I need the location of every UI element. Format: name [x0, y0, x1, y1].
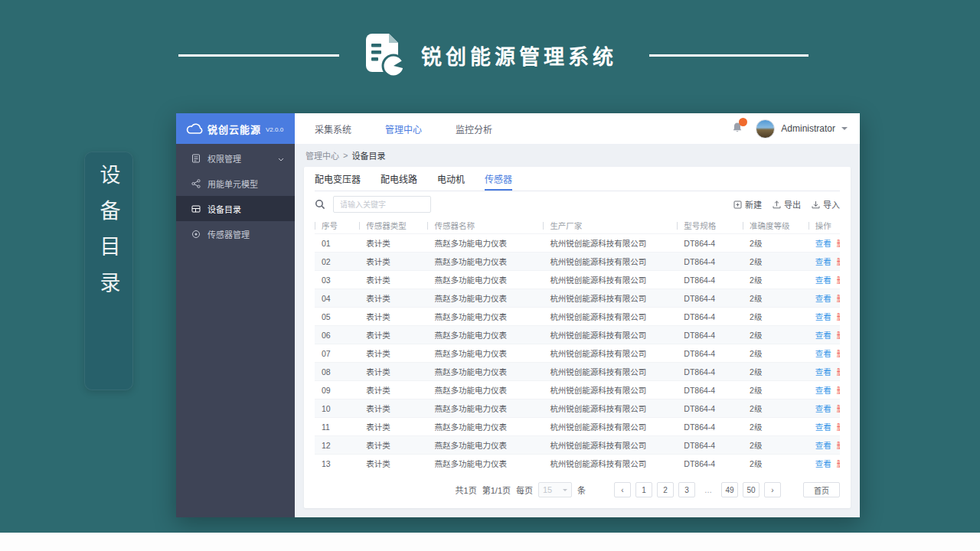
app-logo-version: V2.0.0: [266, 126, 283, 133]
device-table-card: 配电变压器 配电线路 电动机 传感器 新建: [304, 167, 851, 508]
breadcrumb-separator: >: [343, 151, 348, 160]
tab-motor[interactable]: 电动机: [437, 167, 465, 191]
sidebar-item-label: 用能单元模型: [207, 178, 258, 190]
doc-pie-logo-icon: [363, 32, 406, 78]
delete-link[interactable]: 删除: [837, 329, 840, 341]
window-body: 权限管理 用能单元模型 设备目录: [176, 144, 860, 517]
breadcrumb-parent[interactable]: 管理中心: [305, 149, 339, 161]
notifications-button[interactable]: [731, 122, 743, 136]
cell-manufacturer: 杭州锐创能源科技有限公司: [543, 384, 677, 396]
page-number-button[interactable]: 49: [721, 482, 738, 497]
first-page-button[interactable]: 首页: [803, 482, 840, 497]
cell-accuracy: 2级: [743, 347, 808, 359]
cell-sensor-name: 燕赵多功能电力仪表: [427, 384, 543, 396]
page-number-button[interactable]: 1: [635, 482, 652, 497]
view-link[interactable]: 查看: [815, 439, 831, 451]
bottom-strip: [0, 533, 980, 551]
side-label-card: 设备目录: [84, 152, 133, 390]
delete-link[interactable]: 删除: [837, 403, 840, 414]
cell-accuracy: 2级: [743, 439, 808, 451]
search-input[interactable]: [333, 196, 431, 213]
cell-sensor-type: 表计类: [359, 458, 427, 469]
avatar[interactable]: [756, 119, 775, 139]
sidebar-item-label: 设备目录: [207, 203, 241, 215]
view-link[interactable]: 查看: [815, 274, 831, 285]
cell-sensor-type: 表计类: [359, 274, 427, 285]
delete-link[interactable]: 删除: [837, 256, 840, 267]
page-number-button[interactable]: 2: [657, 482, 674, 497]
view-link[interactable]: 查看: [815, 403, 831, 414]
view-link[interactable]: 查看: [815, 384, 831, 396]
cell-serial: 04: [315, 294, 359, 303]
cell-model: DT864-4: [677, 349, 743, 358]
sidebar-item-device-catalog[interactable]: 设备目录: [176, 196, 295, 221]
view-link[interactable]: 查看: [815, 347, 831, 359]
tab-power-line[interactable]: 配电线路: [381, 167, 417, 191]
table-header-row: 序号传感器类型传感器名称生产厂家型号规格准确度等级操作: [315, 217, 840, 233]
cell-serial: 05: [315, 312, 359, 321]
cell-serial: 07: [315, 349, 359, 358]
cell-accuracy: 2级: [743, 256, 808, 267]
per-page-select[interactable]: 15: [538, 482, 572, 497]
delete-link[interactable]: 删除: [837, 384, 840, 396]
table-row: 08 表计类 燕赵多功能电力仪表 杭州锐创能源科技有限公司 DT864-4 2级…: [315, 362, 840, 380]
nav-item-monitoring[interactable]: 监控分析: [456, 122, 492, 135]
nav-item-management[interactable]: 管理中心: [385, 122, 422, 135]
tab-sensor[interactable]: 传感器: [485, 167, 512, 191]
cell-sensor-type: 表计类: [359, 237, 427, 249]
share-icon: [191, 179, 201, 188]
page-number-button[interactable]: 50: [743, 482, 760, 497]
view-link[interactable]: 查看: [815, 421, 831, 432]
delete-link[interactable]: 删除: [837, 421, 840, 432]
next-page-button[interactable]: ›: [764, 482, 781, 497]
view-link[interactable]: 查看: [815, 256, 831, 267]
breadcrumb: 管理中心 > 设备目录: [304, 144, 851, 167]
nav-item-collection[interactable]: 采集系统: [315, 122, 351, 135]
view-link[interactable]: 查看: [815, 311, 831, 322]
cell-manufacturer: 杭州锐创能源科技有限公司: [543, 458, 677, 469]
export-button[interactable]: 导出: [773, 198, 801, 210]
cell-manufacturer: 杭州锐创能源科技有限公司: [543, 403, 677, 414]
page-number-button[interactable]: 3: [678, 482, 695, 497]
view-link[interactable]: 查看: [815, 458, 831, 469]
tab-transformer[interactable]: 配电变压器: [315, 167, 361, 191]
sidebar-item-energy-unit-model[interactable]: 用能单元模型: [176, 171, 295, 196]
cell-actions: 查看 删除: [808, 329, 840, 341]
tab-bar: 配电变压器 配电线路 电动机 传感器: [315, 167, 840, 191]
sidebar-item-sensor-management[interactable]: 传感器管理: [176, 221, 295, 246]
delete-link[interactable]: 删除: [837, 237, 840, 249]
delete-link[interactable]: 删除: [837, 311, 840, 322]
view-link[interactable]: 查看: [815, 329, 831, 341]
cell-sensor-name: 燕赵多功能电力仪表: [427, 366, 543, 377]
table-body: 01 表计类 燕赵多功能电力仪表 杭州锐创能源科技有限公司 DT864-4 2级…: [315, 233, 840, 472]
sidebar-item-label: 权限管理: [207, 152, 241, 165]
import-button[interactable]: 导入: [812, 198, 840, 210]
pager: ‹ 123…4950 ›: [614, 482, 781, 497]
cell-accuracy: 2级: [743, 403, 808, 414]
delete-link[interactable]: 删除: [837, 347, 840, 359]
pagination-current: 第1/1页: [482, 484, 511, 496]
sidebar: 权限管理 用能单元模型 设备目录: [176, 144, 295, 517]
page-buttons: 123…4950: [635, 482, 760, 497]
sidebar-item-permissions[interactable]: 权限管理: [176, 145, 295, 171]
cell-actions: 查看 删除: [808, 384, 840, 396]
cell-sensor-name: 燕赵多功能电力仪表: [427, 311, 543, 322]
delete-link[interactable]: 删除: [837, 439, 840, 451]
cell-manufacturer: 杭州锐创能源科技有限公司: [543, 421, 677, 432]
new-button[interactable]: 新建: [733, 198, 762, 210]
cell-model: DT864-4: [677, 386, 743, 395]
cell-model: DT864-4: [677, 331, 743, 340]
view-link[interactable]: 查看: [815, 292, 831, 304]
delete-link[interactable]: 删除: [837, 292, 840, 304]
caret-down-icon[interactable]: [841, 127, 848, 133]
per-page-label: 每页: [516, 484, 533, 496]
delete-link[interactable]: 删除: [837, 274, 840, 285]
table-row: 09 表计类 燕赵多功能电力仪表 杭州锐创能源科技有限公司 DT864-4 2级…: [315, 380, 840, 399]
view-link[interactable]: 查看: [815, 237, 831, 249]
column-header: 准确度等级: [743, 220, 808, 231]
delete-link[interactable]: 删除: [837, 458, 840, 469]
view-link[interactable]: 查看: [815, 366, 831, 377]
cell-manufacturer: 杭州锐创能源科技有限公司: [543, 237, 677, 249]
delete-link[interactable]: 删除: [837, 366, 840, 377]
prev-page-button[interactable]: ‹: [614, 482, 631, 497]
